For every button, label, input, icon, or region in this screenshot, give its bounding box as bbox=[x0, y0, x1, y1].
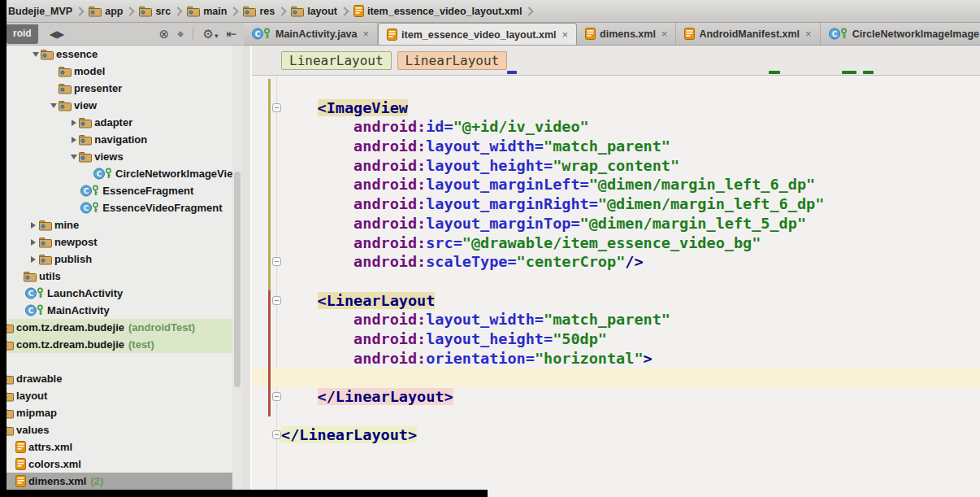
code-line[interactable]: </LinearLayout> bbox=[252, 387, 980, 407]
editor-tab[interactable]: item_essence_video_layout.xml× bbox=[378, 23, 577, 46]
tree-item-adapter[interactable]: adapter bbox=[7, 114, 242, 131]
code-line[interactable]: android:orientation="horizontal"> bbox=[252, 349, 980, 368]
package-icon bbox=[39, 220, 52, 231]
breadcrumb-label: Budejie_MVP bbox=[8, 6, 72, 17]
code-line[interactable]: <LinearLayout bbox=[252, 291, 980, 311]
breadcrumb-item[interactable]: Budejie_MVP bbox=[7, 6, 73, 17]
tree-item-navigation[interactable]: navigation bbox=[7, 131, 242, 148]
breadcrumb-item[interactable]: src bbox=[138, 6, 171, 17]
code-line[interactable]: android:layout_marginTop="@dimen/margin_… bbox=[252, 214, 980, 233]
code-line[interactable]: <ImageView bbox=[252, 98, 980, 118]
code-token: "@dimen/margin_left_6_dp" bbox=[589, 176, 815, 193]
tree-item-com-tz-dream-budejie[interactable]: com.tz.dream.budejie(test) bbox=[7, 336, 242, 353]
code-line[interactable]: android:layout_width="match_parent" bbox=[252, 310, 980, 329]
tree-item-mine[interactable]: mine bbox=[7, 216, 242, 233]
editor-tab[interactable]: AndroidManifest.xml× bbox=[676, 23, 820, 45]
code-editor[interactable]: <ImageViewandroid:id="@+id/iv_video"andr… bbox=[252, 76, 980, 490]
code-line[interactable] bbox=[252, 407, 980, 426]
tree-item-essence[interactable]: essence bbox=[7, 46, 242, 63]
code-line[interactable]: android:id="@+id/iv_video" bbox=[252, 117, 980, 137]
fold-marker-icon[interactable] bbox=[272, 392, 281, 401]
hide-panel-icon[interactable]: ⇤ bbox=[226, 28, 236, 40]
breadcrumb-item[interactable]: item_essence_video_layout.xml bbox=[353, 5, 523, 17]
collapse-all-icon[interactable]: ⊗ bbox=[158, 28, 169, 40]
chevron-collapsed-icon[interactable] bbox=[68, 120, 79, 126]
tree-item-label: essence bbox=[56, 48, 98, 60]
tree-item-utils[interactable]: utils bbox=[7, 268, 242, 285]
fold-marker-icon[interactable] bbox=[272, 257, 281, 266]
editor-tab[interactable]: dimens.xml× bbox=[577, 23, 676, 45]
breadcrumb-item[interactable]: main bbox=[186, 6, 228, 17]
code-line[interactable]: android:src="@drawable/item_essence_vide… bbox=[252, 233, 980, 253]
close-icon[interactable]: × bbox=[562, 28, 568, 41]
close-icon[interactable]: × bbox=[363, 28, 370, 40]
tree-item-label: newpost bbox=[54, 236, 98, 248]
tree-item-com-tz-dream-budejie[interactable]: com.tz.dream.budejie(androidTest) bbox=[7, 319, 242, 336]
breadcrumb-chip[interactable]: LinearLayout bbox=[397, 51, 508, 70]
tree-item-attrs-xml[interactable]: attrs.xml bbox=[7, 438, 242, 456]
panel-splitter[interactable] bbox=[242, 46, 252, 497]
view-switcher-icon[interactable]: ◀▶ bbox=[50, 29, 64, 39]
close-icon[interactable]: × bbox=[805, 28, 812, 40]
code-line[interactable] bbox=[252, 272, 980, 291]
chevron-collapsed-icon[interactable] bbox=[68, 137, 79, 143]
fold-marker-icon[interactable] bbox=[272, 430, 281, 439]
tree-item-essencevideofragment[interactable]: CEssenceVideoFragment bbox=[7, 199, 242, 216]
tab-label: dimens.xml bbox=[600, 28, 656, 40]
folder-icon bbox=[139, 6, 152, 17]
tree-item-colors-xml[interactable]: colors.xml bbox=[7, 456, 242, 473]
svg-text:C: C bbox=[28, 290, 34, 298]
code-line[interactable]: android:layout_marginLeft="@dimen/margin… bbox=[252, 175, 980, 194]
tree-item-views[interactable]: views bbox=[7, 148, 242, 165]
editor-tab[interactable]: CMainActivity.java× bbox=[244, 23, 378, 45]
tree-item-values[interactable]: values bbox=[7, 421, 242, 438]
fold-marker-icon[interactable] bbox=[272, 296, 281, 305]
breadcrumb-chip[interactable]: LinearLayout bbox=[281, 51, 392, 70]
tree-item-launchactivity[interactable]: CLaunchActivity bbox=[7, 285, 242, 302]
chevron-expanded-icon[interactable] bbox=[68, 155, 79, 159]
code-line[interactable] bbox=[252, 79, 980, 98]
code-line[interactable]: android:layout_height="wrap_content" bbox=[252, 156, 980, 176]
tree-item-layout[interactable]: layout bbox=[7, 387, 242, 404]
fold-marker-icon[interactable] bbox=[272, 103, 281, 112]
tree-item-essencefragment[interactable]: CEssenceFragment bbox=[7, 182, 242, 199]
close-icon[interactable]: × bbox=[661, 28, 668, 40]
code-line[interactable]: android:scaleType="centerCrop"/> bbox=[252, 252, 980, 272]
tree-item-mipmap[interactable]: mipmap bbox=[7, 404, 242, 421]
breadcrumb-item[interactable]: res bbox=[242, 6, 275, 17]
chevron-collapsed-icon[interactable] bbox=[28, 239, 39, 246]
tool-window-tab-android[interactable]: roid bbox=[7, 24, 38, 44]
package-icon bbox=[59, 66, 72, 77]
package-icon bbox=[79, 117, 92, 129]
settings-icon[interactable]: ⚙▾ bbox=[202, 28, 218, 40]
chevron-collapsed-icon[interactable] bbox=[28, 256, 39, 263]
tree-item-view[interactable]: view bbox=[7, 97, 242, 114]
tree-item-dimens-xml[interactable]: dimens.xml(2) bbox=[7, 473, 242, 490]
code-line[interactable]: android:layout_width="match_parent" bbox=[252, 137, 980, 156]
chevron-expanded-icon[interactable] bbox=[48, 103, 59, 108]
tree-item-mainactivity[interactable]: CMainActivity bbox=[7, 302, 242, 319]
tree-item-circlenetworkimageview[interactable]: CCircleNetworkImageView bbox=[7, 165, 242, 182]
tree-item-presenter[interactable]: presenter bbox=[7, 80, 242, 97]
tree-scrollbar-thumb[interactable] bbox=[234, 172, 241, 387]
code-line[interactable] bbox=[252, 368, 980, 387]
package-icon bbox=[7, 339, 14, 351]
tree-item-newpost[interactable]: newpost bbox=[7, 233, 242, 251]
tree-item-model[interactable]: model bbox=[7, 63, 242, 80]
tree-scrollbar[interactable] bbox=[232, 46, 242, 490]
tree-item-es[interactable]: es bbox=[7, 353, 242, 370]
code-line[interactable]: android:layout_marginRight="@dimen/margi… bbox=[252, 194, 980, 214]
breadcrumb-item[interactable]: app bbox=[88, 6, 124, 17]
tree-item-drawable[interactable]: drawable bbox=[7, 370, 242, 387]
breadcrumb: Budejie_MVPappsrcmainreslayoutitem_essen… bbox=[7, 0, 980, 23]
chevron-expanded-icon[interactable] bbox=[30, 52, 41, 57]
code-line[interactable]: </LinearLayout> bbox=[252, 425, 980, 445]
editor-tab[interactable]: CCircleNetworkImageImage bbox=[821, 23, 980, 45]
folder-icon bbox=[187, 6, 200, 17]
code-line[interactable]: android:layout_height="50dp" bbox=[252, 329, 980, 349]
breadcrumb-item[interactable]: layout bbox=[290, 6, 338, 17]
scroll-to-source-icon[interactable]: ⌖ bbox=[177, 28, 184, 40]
chevron-collapsed-icon[interactable] bbox=[28, 222, 39, 229]
tree-item-publish[interactable]: publish bbox=[7, 251, 242, 268]
screen-edge-left bbox=[0, 0, 7, 497]
